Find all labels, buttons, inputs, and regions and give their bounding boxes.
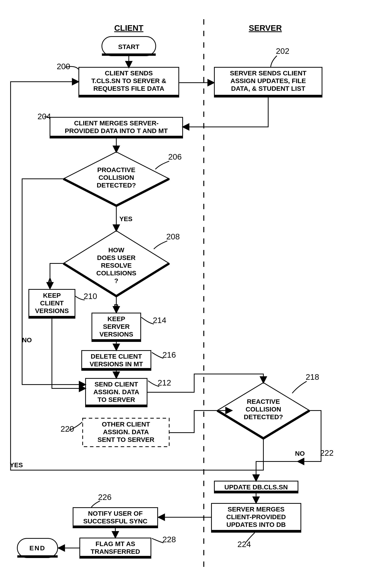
- leader-218: [292, 381, 307, 393]
- label-206-no: NO: [22, 336, 32, 344]
- svg-text:START: START: [118, 43, 140, 50]
- edge-210-212: [52, 318, 85, 388]
- ref-208: 208: [166, 232, 180, 241]
- svg-text:PROACTIVECOLLISIONDETECTED?: PROACTIVECOLLISIONDETECTED?: [97, 166, 136, 189]
- svg-text:REACTIVECOLLISIONDETECTED?: REACTIVECOLLISIONDETECTED?: [244, 398, 283, 420]
- svg-text:KEEPCLIENTVERSIONS: KEEPCLIENTVERSIONS: [35, 292, 69, 314]
- node-202: SERVER SENDS CLIENTASSIGN UPDATES, FILED…: [214, 67, 322, 97]
- svg-text:SERVER SENDS CLIENTASSIGN UPDA: SERVER SENDS CLIENTASSIGN UPDATES, FILED…: [230, 69, 307, 92]
- svg-rect-23: [82, 368, 151, 370]
- header-client: CLIENT: [114, 24, 143, 33]
- header-server: SERVER: [249, 24, 282, 33]
- svg-text:CLIENT SENDST.CLS.SN TO SERVER: CLIENT SENDST.CLS.SN TO SERVER &REQUESTS…: [91, 69, 166, 92]
- node-222: UPDATE DB.CLS.SN: [214, 481, 298, 493]
- label-206-yes: YES: [119, 215, 133, 222]
- node-224: SERVER MERGESCLIENT-PROVIDEDUPDATES INTO…: [211, 504, 301, 532]
- svg-text:KEEPSERVERVERSIONS: KEEPSERVERVERSIONS: [99, 315, 133, 338]
- ref-218: 218: [306, 372, 319, 381]
- ref-228: 228: [162, 535, 176, 544]
- node-216: DELETE CLIENTVERSIONS IN MT: [82, 351, 151, 370]
- edge-208-a: [50, 263, 63, 288]
- node-204: CLIENT MERGES SERVER-PROVIDED DATA INTO …: [50, 117, 183, 138]
- svg-rect-7: [214, 95, 322, 97]
- ref-216: 216: [162, 350, 176, 359]
- node-end: END: [17, 538, 58, 558]
- svg-text:OTHER CLIENTASSIGN. DATASENT T: OTHER CLIENTASSIGN. DATASENT TO SERVER: [98, 420, 154, 443]
- leader-206: [155, 161, 169, 169]
- svg-rect-42: [80, 556, 151, 558]
- edge-into-222: [256, 462, 298, 481]
- leader-226: [91, 501, 100, 507]
- flowchart-canvas: CLIENT SERVER START CLIENT SENDST.CLS.SN…: [0, 0, 367, 588]
- svg-rect-33: [214, 491, 298, 493]
- ref-210: 210: [84, 292, 97, 301]
- ref-214: 214: [153, 316, 166, 325]
- ref-226: 226: [98, 493, 111, 502]
- svg-rect-39: [73, 526, 158, 528]
- svg-rect-26: [85, 404, 147, 407]
- svg-text:SEND CLIENTASSIGN. DATATO SERV: SEND CLIENTASSIGN. DATATO SERVER: [93, 380, 139, 403]
- ref-222: 222: [320, 448, 334, 457]
- svg-rect-1: [102, 53, 156, 56]
- svg-text:CLIENT MERGES SERVER-PROVIDED : CLIENT MERGES SERVER-PROVIDED DATA INTO …: [65, 119, 168, 134]
- label-208-a: A: [48, 277, 52, 284]
- svg-text:NOTIFY USER OFSUCCESSFUL SYNC: NOTIFY USER OFSUCCESSFUL SYNC: [83, 510, 147, 525]
- svg-text:HOWDOES USERRESOLVECOLLISIONS?: HOWDOES USERRESOLVECOLLISIONS?: [96, 246, 136, 284]
- leader-202: [271, 56, 277, 67]
- node-210: KEEPCLIENTVERSIONS: [29, 289, 75, 318]
- node-200: CLIENT SENDST.CLS.SN TO SERVER &REQUESTS…: [79, 67, 179, 97]
- leader-208: [154, 241, 167, 249]
- ref-212: 212: [158, 378, 171, 387]
- label-218-no: NO: [295, 450, 305, 457]
- leader-210: [75, 296, 84, 300]
- svg-rect-45: [17, 555, 58, 558]
- node-220: OTHER CLIENTASSIGN. DATASENT TO SERVER: [83, 418, 169, 447]
- svg-text:SERVER MERGESCLIENT-PROVIDEDUP: SERVER MERGESCLIENT-PROVIDEDUPDATES INTO…: [226, 505, 286, 528]
- edge-206-no: [22, 179, 85, 385]
- svg-rect-20: [92, 339, 141, 342]
- node-208: HOWDOES USERRESOLVECOLLISIONS?: [63, 231, 169, 296]
- leader-228: [152, 538, 163, 543]
- svg-text:DELETE CLIENTVERSIONS IN MT: DELETE CLIENTVERSIONS IN MT: [90, 353, 143, 368]
- node-212: SEND CLIENTASSIGN. DATATO SERVER: [85, 378, 147, 407]
- ref-224: 224: [237, 540, 251, 549]
- edge-202-204: [183, 97, 268, 127]
- node-start: START: [102, 36, 156, 56]
- ref-204: 204: [37, 112, 51, 121]
- leader-214: [141, 317, 154, 324]
- ref-202: 202: [276, 47, 289, 56]
- svg-text:FLAG MT ASTRANSFERRED: FLAG MT ASTRANSFERRED: [91, 540, 140, 555]
- label-218-yes: YES: [10, 461, 23, 469]
- node-214: KEEPSERVERVERSIONS: [92, 313, 141, 342]
- label-208-b: B: [114, 303, 119, 310]
- node-206: PROACTIVECOLLISIONDETECTED?: [63, 152, 169, 206]
- svg-text:END: END: [29, 544, 46, 552]
- svg-rect-36: [211, 530, 301, 532]
- svg-rect-10: [50, 136, 183, 138]
- svg-rect-17: [29, 316, 75, 318]
- node-226: NOTIFY USER OFSUCCESSFUL SYNC: [73, 508, 158, 528]
- leader-216: [152, 353, 163, 358]
- ref-206: 206: [168, 152, 182, 161]
- edge-218-yes: [11, 82, 263, 470]
- svg-text:UPDATE DB.CLS.SN: UPDATE DB.CLS.SN: [224, 483, 288, 491]
- node-228: FLAG MT ASTRANSFERRED: [80, 538, 151, 558]
- svg-rect-4: [79, 95, 179, 97]
